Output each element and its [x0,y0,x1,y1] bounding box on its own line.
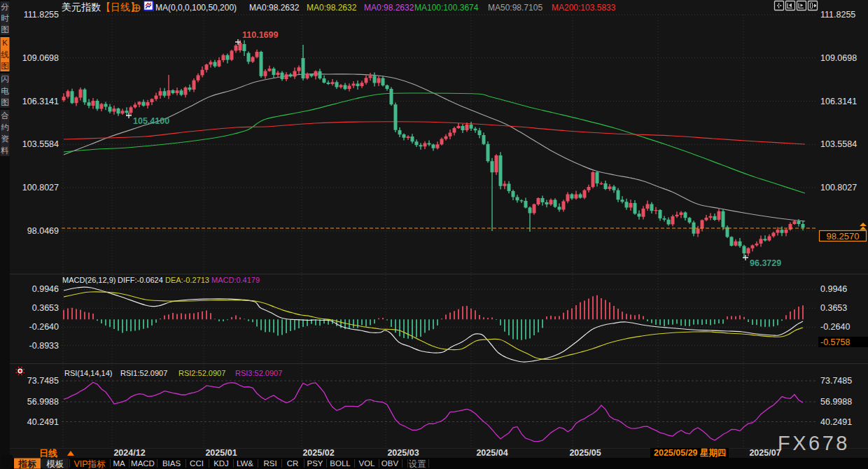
svg-text:103.5584: 103.5584 [820,139,857,149]
svg-text:MA100:100.3674: MA100:100.3674 [414,3,479,13]
svg-text:106.3141: 106.3141 [22,97,59,106]
svg-text:时: 时 [1,14,9,22]
svg-text:-0.5758: -0.5758 [820,337,850,347]
svg-text:111.8255: 111.8255 [24,10,59,20]
svg-text:MACD: MACD [131,459,155,468]
svg-text:2025/03: 2025/03 [387,448,419,458]
svg-text:2025/01: 2025/01 [205,448,237,458]
svg-text:0.3653: 0.3653 [820,303,847,313]
svg-text:106.3141: 106.3141 [820,97,857,106]
svg-text:KDJ: KDJ [214,459,229,468]
svg-text:FX678: FX678 [778,432,850,454]
svg-text:109.0698: 109.0698 [820,53,857,63]
svg-text:OBV: OBV [382,459,399,468]
svg-text:105.4100: 105.4100 [133,116,169,126]
svg-text:料: 料 [0,146,9,155]
svg-text:美元指数: 美元指数 [62,1,101,13]
svg-text:资: 资 [1,134,9,143]
svg-text:MA200:103.5833: MA200:103.5833 [552,3,616,13]
svg-text:MA: MA [113,459,125,468]
svg-text:2024/12: 2024/12 [113,448,145,458]
svg-text:BIAS: BIAS [162,459,181,468]
svg-text:0.3653: 0.3653 [32,303,59,313]
svg-text:56.9988: 56.9988 [820,397,852,407]
svg-text:-0.2640: -0.2640 [820,322,850,332]
svg-text:40.2491: 40.2491 [820,417,852,427]
svg-text:56.9988: 56.9988 [27,397,59,407]
svg-text:指标: 指标 [18,459,37,469]
svg-text:K: K [2,38,8,47]
svg-text:110.1699: 110.1699 [242,30,278,40]
svg-text:合: 合 [1,111,9,120]
svg-text:模板: 模板 [46,459,64,469]
svg-text:40.2491: 40.2491 [27,417,59,427]
svg-text:MA50:98.7105: MA50:98.7105 [488,3,542,13]
svg-text:VIP指标: VIP指标 [74,459,106,469]
svg-text:MACD:0.4179: MACD:0.4179 [211,276,260,284]
svg-text:设置: 设置 [409,459,427,469]
svg-text:73.7485: 73.7485 [27,376,59,386]
svg-text:日线: 日线 [39,448,57,458]
svg-text:MA(0,0,0,100,50,200): MA(0,0,0,100,50,200) [155,3,237,13]
svg-text:2025/07: 2025/07 [749,448,780,458]
svg-text:DEA:-0.2713: DEA:-0.2713 [165,276,209,284]
svg-text:PSY: PSY [307,459,323,468]
svg-text:96.3729: 96.3729 [750,258,781,268]
svg-text:约: 约 [1,123,9,132]
svg-text:电: 电 [1,87,9,95]
svg-text:103.5584: 103.5584 [22,139,59,149]
svg-text:RSI: RSI [263,459,276,468]
svg-text:LW&: LW& [237,459,253,468]
svg-text:图: 图 [1,25,9,34]
svg-text:闪: 闪 [1,75,9,83]
svg-text:CCI: CCI [190,459,204,468]
svg-text:图: 图 [1,98,9,106]
svg-text:0.9946: 0.9946 [820,284,847,294]
svg-text:100.8027: 100.8027 [22,183,59,192]
svg-text:MA0:98.2632: MA0:98.2632 [364,3,414,13]
svg-text:2025/05: 2025/05 [569,448,601,458]
svg-text:0.9946: 0.9946 [32,284,59,294]
svg-text:-0.8933: -0.8933 [29,341,59,351]
svg-text:100.8027: 100.8027 [820,183,857,192]
svg-text:2025/04: 2025/04 [476,448,507,458]
svg-text:MACD(26,12,9): MACD(26,12,9) [62,276,115,284]
svg-text:CR: CR [287,459,299,468]
svg-text:2025/05/29 星期四: 2025/05/29 星期四 [654,448,727,458]
svg-text:2025/02: 2025/02 [302,448,334,458]
svg-text:线: 线 [1,50,9,59]
svg-text:MA0:98.2632: MA0:98.2632 [307,3,357,13]
svg-text:98.0469: 98.0469 [27,226,59,236]
svg-text:RSI(14,14,14): RSI(14,14,14) [64,369,112,377]
svg-text:图: 图 [1,62,9,70]
svg-text:MA0:98.2632: MA0:98.2632 [249,3,300,13]
svg-text:98.2570: 98.2570 [827,231,860,241]
svg-text:DIFF:-0.0624: DIFF:-0.0624 [118,276,163,284]
svg-text:RSI2:52.0907: RSI2:52.0907 [178,369,225,377]
svg-text:BOLL: BOLL [330,459,351,468]
svg-text:RSI1:52.0907: RSI1:52.0907 [120,369,167,377]
svg-text:111.8255: 111.8255 [820,10,855,20]
svg-text:109.0698: 109.0698 [22,53,59,63]
svg-text:RSI3:52.0907: RSI3:52.0907 [235,369,282,377]
svg-text:分: 分 [1,3,9,11]
svg-text:73.7485: 73.7485 [820,376,852,386]
svg-text:VOL: VOL [358,459,375,468]
svg-text:-0.2640: -0.2640 [29,322,59,332]
